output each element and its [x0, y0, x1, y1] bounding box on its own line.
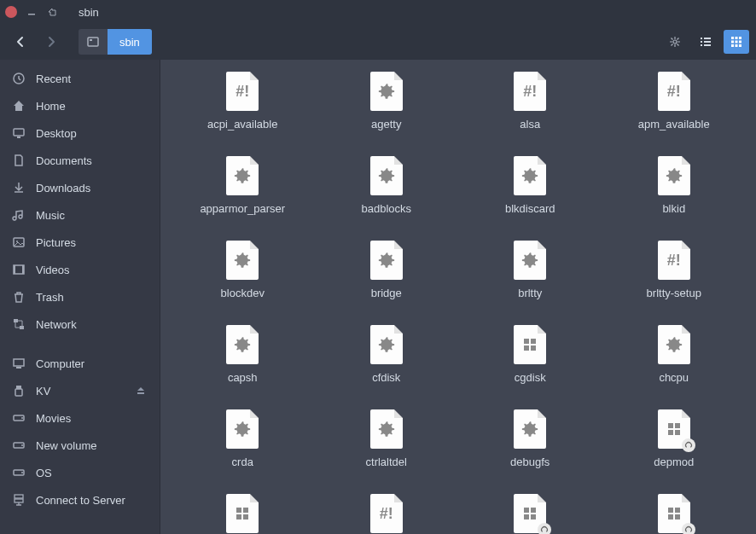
- file-icon: [224, 492, 260, 534]
- sidebar-item-label: Connect to Server: [36, 494, 125, 507]
- file-item[interactable]: badblocks: [318, 154, 456, 215]
- file-item[interactable]: #! apm_available: [606, 70, 743, 131]
- file-name: depmod: [654, 456, 694, 468]
- forward-button[interactable]: [38, 28, 65, 55]
- file-item[interactable]: dosfslabel: [606, 492, 743, 534]
- svg-rect-17: [736, 44, 738, 47]
- file-item[interactable]: #! dhclient-script: [318, 492, 456, 534]
- file-icon: [656, 492, 692, 534]
- svg-rect-13: [731, 41, 734, 44]
- video-icon: [12, 263, 26, 276]
- file-icon: [656, 323, 692, 366]
- file-name: chcpu: [659, 371, 689, 384]
- file-item[interactable]: brltty: [462, 239, 599, 299]
- file-item[interactable]: #! acpi_available: [174, 70, 311, 131]
- sidebar-item-new-volume[interactable]: New volume: [0, 432, 160, 459]
- path-segment-current[interactable]: sbin: [108, 29, 152, 55]
- sidebar-item-label: Trash: [36, 291, 64, 304]
- sidebar-item-music[interactable]: Music: [0, 201, 160, 229]
- file-icon: #!: [656, 70, 692, 113]
- file-item[interactable]: dosfsck: [462, 492, 599, 534]
- file-item[interactable]: apparmor_parser: [174, 154, 311, 215]
- svg-rect-5: [704, 38, 711, 39]
- svg-rect-14: [736, 41, 738, 44]
- sidebar-item-recent[interactable]: Recent: [0, 65, 160, 92]
- file-item[interactable]: blkdiscard: [462, 154, 599, 215]
- sidebar-item-label: Home: [36, 100, 66, 113]
- view-list-button[interactable]: [693, 30, 718, 54]
- symlink-badge-icon: [682, 523, 695, 534]
- sidebar-item-label: Desktop: [36, 127, 77, 140]
- svg-rect-16: [731, 44, 734, 47]
- file-item[interactable]: agetty: [318, 70, 456, 131]
- sidebar-item-label: KV: [36, 385, 50, 398]
- view-grid-button[interactable]: [724, 30, 749, 54]
- file-item[interactable]: chcpu: [606, 323, 743, 384]
- sidebar-item-network[interactable]: Network: [0, 311, 160, 338]
- drive-icon: [12, 438, 26, 452]
- sidebar-item-movies[interactable]: Movies: [0, 404, 160, 432]
- sidebar-item-os[interactable]: OS: [0, 459, 160, 486]
- svg-rect-4: [701, 38, 702, 39]
- file-item[interactable]: #! alsa: [462, 70, 599, 131]
- sidebar-item-documents[interactable]: Documents: [0, 147, 160, 174]
- file-icon: [224, 408, 260, 450]
- file-icon: #!: [369, 492, 404, 534]
- file-view: #! acpi_available agetty #! alsa #! apm_…: [160, 60, 756, 534]
- file-name: ctrlaltdel: [366, 456, 407, 468]
- pictures-icon: [12, 235, 26, 249]
- clock-icon: [12, 72, 26, 85]
- file-item[interactable]: bridge: [318, 239, 456, 299]
- file-item[interactable]: blkid: [606, 154, 743, 215]
- file-item[interactable]: crda: [174, 408, 311, 468]
- path-root-icon[interactable]: [79, 29, 108, 55]
- eject-icon[interactable]: [134, 384, 148, 398]
- svg-rect-7: [704, 41, 711, 43]
- sidebar-item-trash[interactable]: Trash: [0, 283, 160, 311]
- file-name: cfdisk: [372, 371, 400, 384]
- window-close-button[interactable]: [5, 6, 17, 18]
- download-icon: [12, 181, 26, 194]
- file-item[interactable]: cgdisk: [462, 323, 599, 384]
- drive-icon: [12, 466, 26, 479]
- file-icon: [512, 323, 548, 366]
- back-button[interactable]: [7, 28, 34, 55]
- sidebar-item-label: Recent: [36, 73, 71, 85]
- file-item[interactable]: depmod: [606, 408, 743, 468]
- file-name: capsh: [228, 371, 258, 384]
- sidebar-item-home[interactable]: Home: [0, 92, 160, 119]
- window-maximize-button[interactable]: [46, 6, 58, 18]
- sidebar-item-desktop[interactable]: Desktop: [0, 119, 160, 147]
- file-name: crda: [232, 456, 253, 468]
- file-name: blockdev: [221, 287, 265, 299]
- file-item[interactable]: #! brltty-setup: [606, 239, 743, 299]
- file-name: brltty: [518, 287, 542, 299]
- sidebar-item-connect-to-server[interactable]: Connect to Server: [0, 486, 160, 514]
- file-item[interactable]: ctrlaltdel: [318, 408, 456, 468]
- location-button[interactable]: [662, 30, 688, 54]
- sidebar-item-pictures[interactable]: Pictures: [0, 229, 160, 256]
- sidebar-item-kv[interactable]: KV: [0, 377, 160, 404]
- file-item[interactable]: dhclient: [174, 492, 311, 534]
- file-icon: [369, 323, 404, 366]
- file-icon: [369, 239, 404, 282]
- file-item[interactable]: debugfs: [462, 408, 599, 468]
- file-item[interactable]: blockdev: [174, 239, 311, 299]
- svg-rect-12: [739, 37, 741, 39]
- file-name: cgdisk: [515, 371, 546, 384]
- file-icon: [369, 408, 404, 450]
- file-icon: [512, 492, 548, 534]
- file-name: brltty-setup: [647, 287, 701, 299]
- drive-icon: [12, 411, 26, 425]
- window-minimize-button[interactable]: [26, 6, 38, 18]
- sidebar-item-downloads[interactable]: Downloads: [0, 174, 160, 201]
- file-name: agetty: [371, 118, 401, 131]
- sidebar-item-computer[interactable]: Computer: [0, 350, 160, 377]
- sidebar-item-videos[interactable]: Videos: [0, 256, 160, 283]
- svg-rect-6: [701, 41, 702, 43]
- file-item[interactable]: capsh: [174, 323, 311, 384]
- symlink-badge-icon: [682, 438, 695, 452]
- server-icon: [12, 493, 26, 507]
- file-item[interactable]: cfdisk: [318, 323, 456, 384]
- network-icon: [12, 317, 26, 331]
